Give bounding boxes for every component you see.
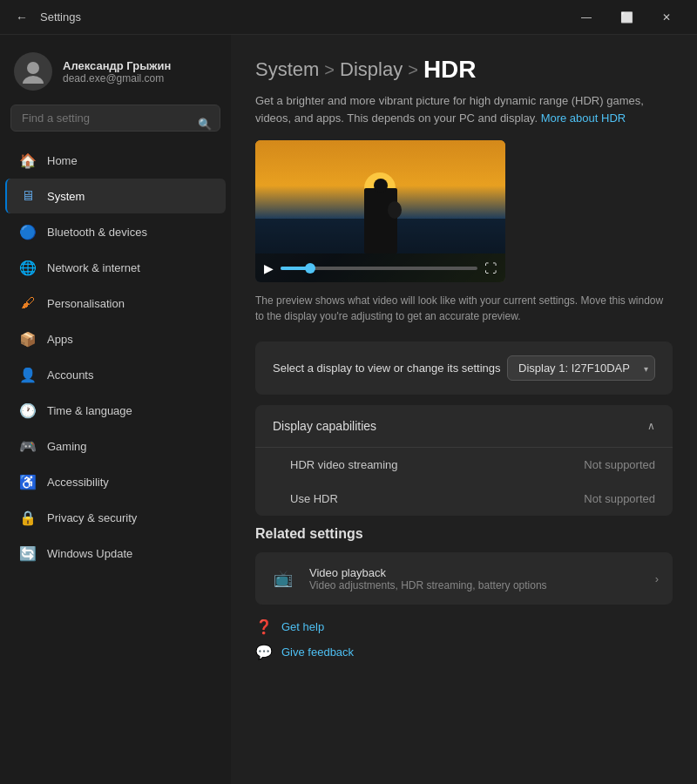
more-about-hdr-link[interactable]: More about HDR <box>541 112 626 125</box>
video-playback-title: Video playback <box>309 566 547 579</box>
sidebar-item-label-system: System <box>47 190 85 203</box>
user-profile[interactable]: Александр Грыжин dead.exe@gmail.com <box>0 35 231 105</box>
restore-button[interactable]: ⬜ <box>606 3 646 31</box>
give-feedback-label: Give feedback <box>281 645 354 659</box>
personalisation-icon: 🖌 <box>19 294 37 312</box>
progress-bar[interactable] <box>281 267 477 270</box>
sidebar: Александр Грыжин dead.exe@gmail.com 🔍 🏠 … <box>0 35 231 784</box>
preview-note: The preview shows what video will look l… <box>255 293 673 324</box>
settings-link-text: Video playback Video adjustments, HDR st… <box>309 566 547 591</box>
sidebar-item-privacy[interactable]: 🔒 Privacy & security <box>5 500 226 535</box>
user-info: Александр Грыжин dead.exe@gmail.com <box>63 59 171 84</box>
sidebar-item-label-bluetooth: Bluetooth & devices <box>47 226 147 239</box>
sidebar-item-apps[interactable]: 📦 Apps <box>5 321 226 356</box>
capability-value: Not supported <box>584 458 655 471</box>
sidebar-nav: 🏠 Home 🖥 System 🔵 Bluetooth & devices 🌐 … <box>0 142 231 571</box>
back-button[interactable]: ← <box>10 7 33 28</box>
capabilities-rows: HDR video streaming Not supported Use HD… <box>255 448 673 516</box>
home-icon: 🏠 <box>19 152 37 169</box>
privacy-icon: 🔒 <box>19 509 37 526</box>
footer-links: ❓ Get help 💬 Give feedback <box>255 618 673 660</box>
fullscreen-button[interactable]: ⛶ <box>484 261 497 275</box>
search-input[interactable] <box>10 105 220 132</box>
breadcrumb-display: Display <box>340 58 403 81</box>
accessibility-icon: ♿ <box>19 473 37 490</box>
help-icon: ❓ <box>255 618 273 635</box>
sidebar-item-label-accounts: Accounts <box>47 368 93 382</box>
sidebar-item-gaming[interactable]: 🎮 Gaming <box>5 429 226 463</box>
display-dropdown-wrapper: Display 1: I27F10DAP ▾ <box>507 355 655 381</box>
display-select-label: Select a display to view or change its s… <box>273 362 501 375</box>
feedback-icon: 💬 <box>255 644 273 660</box>
video-playback-card: 📺 Video playback Video adjustments, HDR … <box>255 552 673 605</box>
chevron-up-icon: ∧ <box>647 420 655 432</box>
close-button[interactable]: ✕ <box>646 3 687 31</box>
sidebar-item-label-update: Windows Update <box>47 547 132 560</box>
sidebar-item-home[interactable]: 🏠 Home <box>5 143 226 178</box>
apps-icon: 📦 <box>19 330 37 348</box>
breadcrumb-sep-1: > <box>324 60 335 80</box>
display-select-row: Select a display to view or change its s… <box>255 341 673 395</box>
video-playback-subtitle: Video adjustments, HDR streaming, batter… <box>309 579 547 591</box>
svg-point-6 <box>374 179 388 193</box>
sidebar-item-label-accessibility: Accessibility <box>47 476 109 489</box>
user-email: dead.exe@gmail.com <box>63 72 171 84</box>
display-capabilities-card: Display capabilities ∧ HDR video streami… <box>255 405 673 516</box>
sidebar-item-label-apps: Apps <box>47 333 73 346</box>
video-controls: ▶ ⛶ <box>255 253 505 282</box>
titlebar: ← Settings — ⬜ ✕ <box>0 0 697 35</box>
video-preview: ▶ ⛶ <box>255 140 505 282</box>
sidebar-item-bluetooth[interactable]: 🔵 Bluetooth & devices <box>5 214 226 249</box>
app-container: Александр Грыжин dead.exe@gmail.com 🔍 🏠 … <box>0 35 697 784</box>
play-button[interactable]: ▶ <box>264 261 274 275</box>
titlebar-left: ← Settings <box>10 7 81 28</box>
sidebar-item-personalisation[interactable]: 🖌 Personalisation <box>5 286 226 321</box>
network-icon: 🌐 <box>19 259 37 276</box>
display-select-card: Select a display to view or change its s… <box>255 341 673 395</box>
avatar <box>14 52 52 91</box>
sidebar-item-system[interactable]: 🖥 System <box>5 179 226 213</box>
sidebar-item-accessibility[interactable]: ♿ Accessibility <box>5 464 226 499</box>
capability-value: Not supported <box>584 492 655 505</box>
get-help-link[interactable]: ❓ Get help <box>255 618 673 635</box>
video-scene <box>255 140 505 253</box>
give-feedback-link[interactable]: 💬 Give feedback <box>255 644 673 660</box>
capability-row: HDR video streaming Not supported <box>255 448 673 482</box>
update-icon: 🔄 <box>19 544 37 562</box>
display-dropdown[interactable]: Display 1: I27F10DAP <box>507 355 655 381</box>
capability-label: Use HDR <box>290 492 338 505</box>
video-playback-row[interactable]: 📺 Video playback Video adjustments, HDR … <box>255 552 673 605</box>
sidebar-item-label-network: Network & internet <box>47 261 140 274</box>
sidebar-item-update[interactable]: 🔄 Windows Update <box>5 536 226 571</box>
svg-point-0 <box>27 62 39 74</box>
sidebar-item-network[interactable]: 🌐 Network & internet <box>5 250 226 285</box>
capability-row: Use HDR Not supported <box>255 482 673 516</box>
minimize-button[interactable]: — <box>566 3 606 31</box>
titlebar-controls: — ⬜ ✕ <box>566 3 687 31</box>
search-icon: 🔍 <box>198 117 212 130</box>
sidebar-item-label-gaming: Gaming <box>47 440 87 453</box>
related-settings-title: Related settings <box>255 526 673 542</box>
user-name: Александр Грыжин <box>63 59 171 72</box>
sidebar-item-label-personalisation: Personalisation <box>47 297 125 310</box>
capabilities-title: Display capabilities <box>273 419 376 433</box>
breadcrumb-hdr: HDR <box>423 56 477 84</box>
sidebar-item-time[interactable]: 🕐 Time & language <box>5 393 226 428</box>
breadcrumb-system: System <box>255 58 319 81</box>
svg-point-1 <box>23 76 44 84</box>
search-container: 🔍 <box>0 105 231 142</box>
bluetooth-icon: 🔵 <box>19 223 37 240</box>
sidebar-item-label-time: Time & language <box>47 404 132 417</box>
breadcrumb-sep-2: > <box>408 60 418 80</box>
accounts-icon: 👤 <box>19 366 37 383</box>
gaming-icon: 🎮 <box>19 437 37 455</box>
get-help-label: Get help <box>281 620 324 633</box>
sidebar-item-accounts[interactable]: 👤 Accounts <box>5 357 226 392</box>
svg-rect-5 <box>364 188 397 253</box>
capabilities-header[interactable]: Display capabilities ∧ <box>255 405 673 447</box>
sidebar-item-label-privacy: Privacy & security <box>47 511 137 524</box>
time-icon: 🕐 <box>19 402 37 419</box>
capability-label: HDR video streaming <box>290 458 398 471</box>
description: Get a brighter and more vibrant picture … <box>255 92 673 126</box>
svg-point-7 <box>388 201 402 219</box>
